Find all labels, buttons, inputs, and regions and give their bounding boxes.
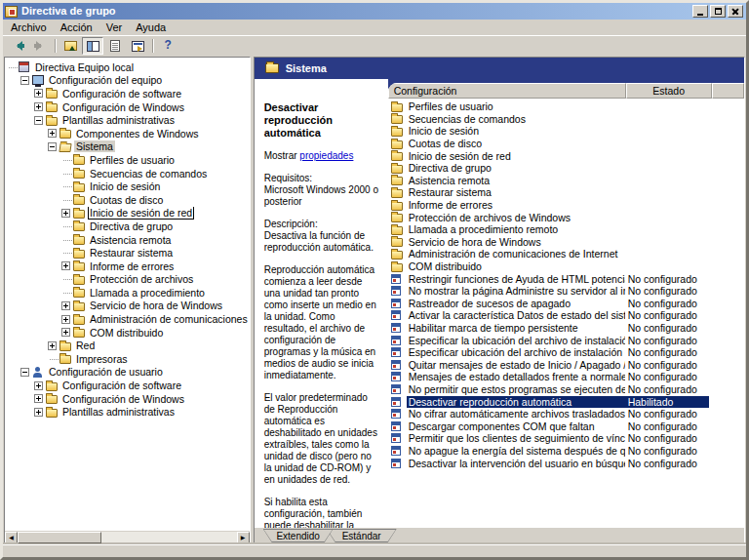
folder-icon <box>391 165 403 174</box>
tree-item-configuracion-de-software[interactable]: Configuración de software <box>5 87 250 100</box>
tree-item-secuencias-de-comandos[interactable]: Secuencias de comandos <box>5 167 250 180</box>
scroll-left-button[interactable]: ◀ <box>5 532 18 543</box>
list-row[interactable]: Inicio de sesión de red <box>388 149 744 162</box>
export-list-button[interactable] <box>127 37 148 55</box>
tree-item-impresoras[interactable]: Impresoras <box>5 352 250 366</box>
expander-plus-icon[interactable] <box>34 102 43 111</box>
menu-item-archivo[interactable]: Archivo <box>4 20 54 34</box>
list-row[interactable]: Desactivar la intervención del usuario e… <box>388 457 744 469</box>
list-row[interactable]: Restaurar sistema <box>388 186 744 199</box>
tree-item-inicio-de-sesion[interactable]: Inicio de sesión <box>5 180 250 193</box>
expander-plus-icon[interactable] <box>61 209 70 218</box>
tree-item-componentes-de-windows[interactable]: Componentes de Windows <box>5 127 250 140</box>
list-row[interactable]: Informe de errores <box>388 199 744 212</box>
list-row[interactable]: Inicio de sesión <box>388 125 744 138</box>
title-bar[interactable]: Directiva de grupo <box>3 3 746 20</box>
minimize-button[interactable] <box>692 5 708 18</box>
show-console-tree-button[interactable] <box>82 37 103 55</box>
expander-plus-icon[interactable] <box>34 408 43 417</box>
expander-minus-icon[interactable] <box>34 116 43 125</box>
list-row[interactable]: Especificar la ubicación del archivo de … <box>388 334 744 346</box>
tab-extendido[interactable]: Extendido <box>263 529 334 542</box>
tree-item-plantillas-administrativas[interactable]: Plantillas administrativas <box>5 405 250 419</box>
list-row[interactable]: Administración de comunicaciones de Inte… <box>388 248 744 260</box>
tab-estandar[interactable]: Estándar <box>327 529 397 542</box>
tree-item-red[interactable]: Red <box>5 339 250 352</box>
menu-item-ayuda[interactable]: Ayuda <box>129 20 173 34</box>
list-row[interactable]: Servicio de hora de Windows <box>388 236 744 249</box>
tree-item-informe-de-errores[interactable]: Informe de errores <box>5 260 250 273</box>
list-item-name: Asistencia remota <box>407 175 625 186</box>
tree-item-restaurar-sistema[interactable]: Restaurar sistema <box>5 246 250 260</box>
list-row[interactable]: Habilitar marca de tiempo persistenteNo … <box>388 322 744 335</box>
tree-item-plantillas-administrativas[interactable]: Plantillas administrativas <box>5 113 250 127</box>
tree-item-sistema[interactable]: Sistema <box>5 140 250 154</box>
tree-item-configuracion-del-equipo[interactable]: Configuración del equipo <box>5 74 250 88</box>
tree-item-asistencia-remota[interactable]: Asistencia remota <box>5 233 250 247</box>
maximize-button[interactable] <box>710 5 726 18</box>
help-button[interactable] <box>157 37 178 55</box>
tree-item-directiva-de-grupo[interactable]: Directiva de grupo <box>5 220 250 233</box>
tree-item-configuracion-de-software[interactable]: Configuración de software <box>5 379 250 392</box>
expander-minus-icon[interactable] <box>48 142 57 151</box>
expander-plus-icon[interactable] <box>61 301 70 310</box>
expander-plus-icon[interactable] <box>48 341 57 350</box>
tree-item-cuotas-de-disco[interactable]: Cuotas de disco <box>5 193 250 207</box>
expander-plus-icon[interactable] <box>34 394 43 403</box>
tree-item-perfiles-de-usuario[interactable]: Perfiles de usuario <box>5 153 250 167</box>
list-row[interactable]: Especificar ubicación del archivo de ins… <box>388 346 744 359</box>
expander-plus-icon[interactable] <box>34 89 43 98</box>
tree-hscrollbar[interactable]: ◀ ▶ <box>5 531 250 543</box>
list-row[interactable]: No cifrar automáticamente archivos trasl… <box>388 408 744 420</box>
tree-item-administracion-de-comunicaciones[interactable]: Administración de comunicaciones <box>5 312 250 326</box>
back-button[interactable] <box>7 37 28 55</box>
list-row[interactable]: Asistencia remota <box>388 175 744 187</box>
list-row[interactable]: No permitir que estos programas se ejecu… <box>388 383 744 396</box>
list-row[interactable]: Protección de archivos de Windows <box>388 211 744 223</box>
tree-item-configuracion-de-usuario[interactable]: Configuración de usuario <box>5 366 250 380</box>
list-row[interactable]: Llamada a procedimiento remoto <box>388 223 744 236</box>
description-intro: Desactiva la función de reproducción aut… <box>264 230 380 254</box>
expander-plus-icon[interactable] <box>61 328 70 337</box>
list-row[interactable]: Descargar componentes COM que faltanNo c… <box>388 420 744 432</box>
list-row[interactable]: Perfiles de usuario <box>388 100 744 113</box>
tree-item-directiva-equipo-local[interactable]: Directiva Equipo local <box>5 60 250 74</box>
menu-item-ver[interactable]: Ver <box>99 20 130 34</box>
list-row[interactable]: Mensajes de estado detallados frente a n… <box>388 371 744 383</box>
tree-item-configuracion-de-windows[interactable]: Configuración de Windows <box>5 392 250 406</box>
expander-minus-icon[interactable] <box>20 76 29 85</box>
list-row[interactable]: Directiva de grupo <box>388 162 744 175</box>
expander-plus-icon[interactable] <box>61 261 70 270</box>
column-header-estado[interactable]: Estado <box>626 83 712 99</box>
properties-link[interactable]: propiedades <box>299 150 353 161</box>
list-row[interactable]: Desactivar reproducción automáticaHabili… <box>388 395 744 408</box>
list-row[interactable]: Rastreador de sucesos de apagadoNo confi… <box>388 298 744 310</box>
list-row[interactable]: COM distribuido <box>388 260 744 273</box>
expander-plus-icon[interactable] <box>34 381 43 390</box>
list-row[interactable]: Secuencias de comandos <box>388 113 744 126</box>
up-level-button[interactable] <box>59 37 81 55</box>
tree-item-configuracion-de-windows[interactable]: Configuración de Windows <box>5 100 250 114</box>
close-button[interactable] <box>728 5 743 18</box>
list-row[interactable]: No apague la energía del sistema después… <box>388 445 744 458</box>
expander-minus-icon[interactable] <box>20 368 29 377</box>
tree-item-llamada-a-procedimiento[interactable]: Llamada a procedimiento <box>5 286 250 300</box>
list-row[interactable]: Activar la característica Datos de estad… <box>388 309 744 322</box>
list-row[interactable]: Permitir que los clientes de seguimiento… <box>388 432 744 445</box>
scrollbar-thumb[interactable] <box>18 532 101 543</box>
scrollbar-track[interactable] <box>18 532 237 543</box>
list-row[interactable]: No mostrar la página Administre su servi… <box>388 285 744 298</box>
tree-item-com-distribuido[interactable]: COM distribuido <box>5 326 250 340</box>
expander-plus-icon[interactable] <box>61 315 70 324</box>
tree-item-servicio-de-hora-de-windows[interactable]: Servicio de hora de Windows <box>5 300 250 313</box>
list-row[interactable]: Quitar mensajes de estado de Inicio / Ap… <box>388 358 744 371</box>
scroll-right-button[interactable]: ▶ <box>237 532 250 543</box>
list-row[interactable]: Cuotas de disco <box>388 138 744 150</box>
expander-plus-icon[interactable] <box>48 129 57 138</box>
list-row[interactable]: Restringir funciones de Ayuda de HTML po… <box>388 272 744 285</box>
tree-item-inicio-de-sesion-de-red[interactable]: Inicio de sesión de red <box>5 207 250 220</box>
properties-button[interactable] <box>104 37 126 55</box>
tree-item-proteccion-de-archivos[interactable]: Protección de archivos <box>5 273 250 287</box>
menu-item-accion[interactable]: Acción <box>54 20 99 34</box>
column-header-configuracion[interactable]: Configuración <box>388 83 626 99</box>
